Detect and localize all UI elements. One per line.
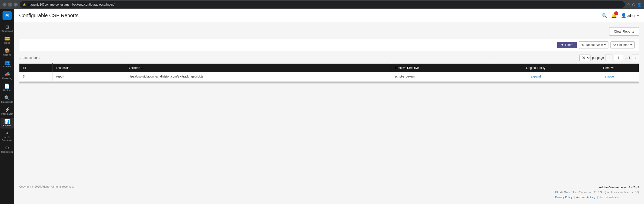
sidebar: M ⊞ Dashboard 💳 Sales 📦 Catalog 👥 Custom… [0, 9, 14, 204]
sidebar-item-pacemaker[interactable]: ⚡ Pacemaker [1, 106, 14, 117]
expand-link[interactable]: expand [531, 75, 541, 78]
col-effective-directive: Effective Directive [391, 64, 493, 72]
user-menu-chevron-icon: ▾ [637, 14, 639, 17]
address-bar[interactable]: 🔒 magento247commerce.test/met_backend/co… [20, 1, 625, 8]
sidebar-item-label: ElasticSuite [1, 101, 13, 104]
pixi-icon: ✦ [5, 131, 9, 136]
sidebar-item-label: Customers [2, 65, 13, 68]
footer-right: Adobe Commerce ver. 2.4.7-p3 ElasticSuit… [555, 185, 639, 200]
elasticsuite-label: ElasticSuite [555, 191, 571, 194]
notification-badge: 7 [614, 11, 618, 15]
extensions-icon[interactable]: ⬡ [632, 3, 635, 7]
sidebar-item-pixi-connector[interactable]: ✦ Pixi® Connector [1, 130, 14, 143]
page-footer: Copyright © 2025 Adobe. All rights reser… [14, 181, 644, 204]
sidebar-item-label: Marketing [2, 77, 12, 80]
lock-icon: 🔒 [23, 3, 26, 6]
view-chevron-icon: ▾ [604, 43, 606, 47]
commerce-label: Adobe Commerce [599, 186, 623, 189]
cell-blocked-url: https://csp-violation.techdivision.com/e… [124, 72, 391, 81]
elasticsuite-info: ElasticSuite Open Source ver. 2.11.9.2 (… [555, 190, 639, 195]
sidebar-item-dashboard[interactable]: ⊞ Dashboard [1, 23, 14, 34]
user-menu[interactable]: 👤 admin ▾ [621, 13, 639, 18]
copyright-text: Copyright © 2025 Adobe. All rights reser… [19, 185, 74, 188]
page-title: Configurable CSP Reports [19, 13, 78, 18]
sidebar-item-sales[interactable]: 💳 Sales [1, 35, 14, 46]
elasticsuite-desc: Open Source ver. 2.11.9.2 (on elasticsea… [572, 191, 639, 194]
sidebar-item-label: Content [3, 89, 11, 92]
separator-2: | [597, 195, 598, 200]
app-logo: M [3, 11, 12, 20]
prev-page-button[interactable]: ‹ [605, 54, 612, 61]
per-page-label: per page [592, 56, 604, 60]
bookmark-icon[interactable]: ☆ [627, 3, 630, 7]
records-row: 1 records found 20 30 50 per page ‹ of 1… [19, 54, 639, 61]
account-activity-link[interactable]: Account Activity [576, 195, 596, 200]
col-id: ID [19, 64, 53, 72]
remove-link[interactable]: remove [604, 75, 614, 78]
columns-gear-icon: ⚙ [613, 43, 616, 47]
techdivision-icon: ⚙ [5, 146, 9, 150]
table-scrollbar[interactable] [19, 81, 639, 84]
pacemaker-icon: ⚡ [4, 108, 10, 112]
dashboard-icon: ⊞ [5, 25, 9, 29]
sidebar-item-customers[interactable]: 👥 Customers [1, 59, 14, 69]
default-view-button[interactable]: 👁 Default View ▾ [579, 41, 608, 48]
notifications-icon[interactable]: 🔔 7 [611, 13, 617, 18]
marketing-icon: 📣 [4, 72, 10, 76]
filter-bar: ▼ Filters 👁 Default View ▾ ⚙ Columns ▾ [19, 39, 639, 51]
page-input[interactable] [614, 55, 623, 61]
sidebar-item-label: Sales [4, 42, 10, 44]
sidebar-item-label: Catalog [3, 54, 11, 56]
elasticsuite-icon: 🔍 [4, 96, 10, 100]
cell-disposition: report [53, 72, 124, 81]
commerce-version: ver. 2.4.7-p3 [624, 186, 639, 189]
forward-button[interactable]: › [8, 3, 12, 7]
col-original-policy: Original Policy [493, 64, 579, 72]
sidebar-item-marketing[interactable]: 📣 Marketing [1, 70, 14, 81]
reload-button[interactable]: ↻ [14, 3, 18, 7]
clear-reports-button[interactable]: Clear Reports [609, 27, 639, 36]
col-remove: Remove [579, 64, 639, 72]
reports-icon: 📊 [4, 119, 10, 124]
report-an-issue-link[interactable]: Report an Issue [599, 195, 619, 200]
sidebar-item-techdivision[interactable]: ⚙ TechDivision [1, 144, 14, 155]
sidebar-item-label: Pixi® Connector [1, 136, 13, 142]
separator-1: | [574, 195, 575, 200]
columns-chevron-icon: ▾ [630, 43, 632, 47]
data-table: ID Disposition Blocked Url Effective Dir… [19, 63, 639, 81]
per-page-select[interactable]: 20 30 50 [579, 55, 591, 61]
of-label: of [625, 56, 627, 60]
catalog-icon: 📦 [4, 48, 10, 53]
account-icon[interactable]: 👤 [637, 3, 641, 7]
sidebar-item-reports[interactable]: 📊 Reports [1, 118, 14, 129]
filter-icon: ▼ [561, 43, 564, 47]
columns-button[interactable]: ⚙ Columns ▾ [610, 41, 635, 48]
cell-original-policy: expand [493, 72, 579, 81]
records-found: 1 records found [19, 56, 40, 60]
sidebar-item-label: TechDivision [1, 151, 14, 154]
header-actions: 🔍 🔔 7 👤 admin ▾ [602, 13, 639, 18]
url-text: magento247commerce.test/met_backend/conf… [28, 3, 115, 6]
filters-button[interactable]: ▼ Filters [557, 42, 577, 48]
sidebar-item-label: Pacemaker [1, 113, 13, 115]
table-header-row: ID Disposition Blocked Url Effective Dir… [19, 64, 639, 72]
sidebar-item-elasticsuite[interactable]: 🔍 ElasticSuite [1, 94, 14, 105]
browser-chrome: ‹ › ↻ 🔒 magento247commerce.test/met_back… [0, 0, 644, 9]
col-blocked-url: Blocked Url [124, 64, 391, 72]
user-name: admin [627, 14, 636, 17]
next-page-button[interactable]: › [632, 54, 639, 61]
search-icon[interactable]: 🔍 [602, 13, 607, 18]
cell-remove: remove [579, 72, 639, 81]
cell-id: 3 [19, 72, 53, 81]
content-area: Clear Reports ▼ Filters 👁 Default View ▾… [14, 22, 644, 181]
clear-reports-toolbar: Clear Reports [19, 27, 639, 36]
privacy-policy-link[interactable]: Privacy Policy [555, 195, 572, 200]
footer-links: Privacy Policy | Account Activity | Repo… [555, 195, 639, 200]
sidebar-item-catalog[interactable]: 📦 Catalog [1, 47, 14, 58]
top-header: Configurable CSP Reports 🔍 🔔 7 👤 admin ▾ [14, 9, 644, 22]
col-disposition: Disposition [53, 64, 124, 72]
sidebar-item-content[interactable]: 📄 Content [1, 82, 14, 93]
scrollbar-thumb [19, 82, 639, 84]
eye-icon: 👁 [581, 43, 584, 47]
back-button[interactable]: ‹ [3, 3, 7, 7]
